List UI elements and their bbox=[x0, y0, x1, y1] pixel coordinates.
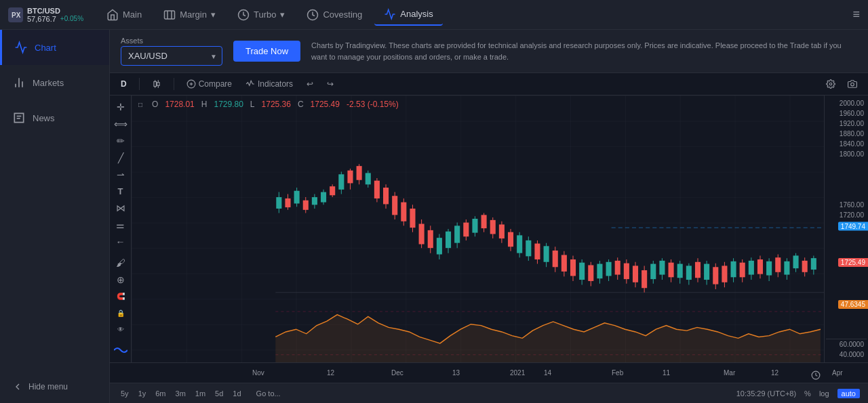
channel-tool[interactable]: ⚌ bbox=[111, 219, 130, 232]
shapes-tool[interactable]: ⋈ bbox=[111, 202, 130, 215]
percent-btn[interactable]: % bbox=[804, 389, 811, 398]
auto-btn[interactable]: auto bbox=[837, 389, 860, 398]
svg-point-20 bbox=[829, 83, 832, 85]
toolbar-sep2 bbox=[174, 78, 174, 90]
sidebar-item-news[interactable]: News bbox=[0, 100, 109, 135]
svg-rect-109 bbox=[633, 266, 638, 282]
chevron-left-icon bbox=[12, 381, 23, 392]
asset-select[interactable]: XAU/USD BTC/USD EUR/USD bbox=[121, 46, 222, 66]
turbo-icon bbox=[237, 9, 250, 21]
ohlc-low-value: 1725.36 bbox=[262, 100, 291, 109]
time-11: 11 bbox=[663, 369, 670, 377]
wave-icon bbox=[114, 345, 127, 356]
svg-rect-145 bbox=[793, 255, 799, 268]
bottom-right: 10:35:29 (UTC+8) % log auto bbox=[736, 389, 860, 398]
svg-rect-57 bbox=[401, 203, 406, 221]
hamburger-menu[interactable]: ≡ bbox=[852, 7, 860, 22]
svg-rect-29 bbox=[276, 197, 281, 209]
price-level-1920: 1920.00 bbox=[826, 119, 867, 129]
nav-turbo[interactable]: Turbo ▾ bbox=[228, 5, 294, 25]
sidebar-item-markets[interactable]: Markets bbox=[0, 65, 109, 100]
timezone-icon[interactable] bbox=[811, 370, 821, 381]
back-tool[interactable]: ← bbox=[111, 236, 130, 249]
covesting-icon bbox=[307, 9, 319, 21]
brand-price: BTC/USD 57,676.7 +0.05% bbox=[27, 7, 83, 23]
tf-1d[interactable]: 1d bbox=[230, 388, 243, 399]
rsi-current-tag: 47.6345 bbox=[838, 300, 868, 309]
svg-rect-137 bbox=[757, 259, 763, 274]
chart-toolbar: D Compare Indicators ↩ ↪ bbox=[110, 73, 868, 96]
brand-pair: BTC/USD bbox=[27, 7, 83, 15]
svg-rect-43 bbox=[338, 174, 344, 190]
svg-rect-149 bbox=[811, 258, 816, 270]
nav-main[interactable]: Main bbox=[97, 5, 151, 25]
svg-text:PX: PX bbox=[12, 12, 21, 19]
ohlc-display: □ O 1728.01 H 1729.80 L 1725.36 C 1725.4… bbox=[138, 100, 399, 109]
zoom-tool[interactable]: ⊕ bbox=[111, 273, 130, 286]
ohlc-change-value: -2.53 (-0.15%) bbox=[347, 100, 399, 109]
svg-rect-125 bbox=[704, 264, 709, 280]
svg-rect-55 bbox=[392, 196, 397, 215]
ohlc-close-value: 1725.49 bbox=[311, 100, 340, 109]
bottom-bar: 5y 1y 6m 3m 1m 5d 1d Go to... 10:35:29 (… bbox=[110, 383, 868, 403]
tf-3m[interactable]: 3m bbox=[173, 388, 189, 399]
svg-rect-14 bbox=[157, 83, 159, 86]
goto-button[interactable]: Go to... bbox=[251, 388, 286, 399]
trade-now-button[interactable]: Trade Now bbox=[233, 41, 300, 62]
nav-analysis[interactable]: Analysis bbox=[374, 4, 442, 26]
sidebar-chart-label: Chart bbox=[35, 43, 56, 53]
svg-rect-133 bbox=[740, 263, 745, 278]
svg-rect-53 bbox=[383, 188, 389, 204]
svg-rect-39 bbox=[321, 192, 326, 203]
tf-5d[interactable]: 5d bbox=[212, 388, 226, 399]
sidebar-item-chart[interactable]: Chart bbox=[0, 30, 109, 65]
candle-type-btn[interactable] bbox=[148, 77, 165, 91]
tf-5y[interactable]: 5y bbox=[118, 388, 132, 399]
chart-canvas[interactable]: □ O 1728.01 H 1729.80 L 1725.36 C 1725.4… bbox=[132, 96, 824, 362]
nav-margin[interactable]: Margin ▾ bbox=[154, 5, 225, 25]
magnet-tool[interactable]: 🧲 bbox=[111, 290, 130, 303]
time-14: 14 bbox=[544, 369, 551, 377]
chart-tools: ✛ ⟺ ✏ ╱ ⇀ T ⋈ ⚌ ← 🖌 ⊕ 🧲 🔒 👁 bbox=[110, 96, 132, 362]
reference-price-tag: 1749.74 bbox=[838, 222, 868, 231]
price-level-1760: 1760.00 bbox=[826, 200, 867, 210]
trendline-tool[interactable]: ╱ bbox=[111, 151, 130, 164]
period-day-btn[interactable]: D bbox=[117, 77, 131, 91]
ray-tool[interactable]: ⇀ bbox=[111, 168, 130, 181]
price-level-1960: 1960.00 bbox=[826, 108, 867, 119]
lock-tool[interactable]: 🔒 bbox=[111, 307, 130, 320]
tf-1m[interactable]: 1m bbox=[193, 388, 208, 399]
svg-rect-35 bbox=[303, 200, 309, 210]
pencil-tool[interactable]: ✏ bbox=[111, 135, 130, 148]
svg-rect-97 bbox=[579, 263, 585, 280]
log-btn[interactable]: log bbox=[819, 389, 829, 398]
redo-btn[interactable]: ↪ bbox=[323, 77, 338, 91]
svg-rect-143 bbox=[784, 261, 789, 275]
svg-rect-33 bbox=[294, 191, 300, 204]
indicators-btn[interactable]: Indicators bbox=[241, 77, 297, 91]
measure-tool[interactable]: ⟺ bbox=[111, 118, 130, 131]
tf-6m[interactable]: 6m bbox=[153, 388, 168, 399]
text-tool[interactable]: T bbox=[111, 185, 130, 198]
compare-btn[interactable]: Compare bbox=[182, 77, 236, 91]
undo-btn[interactable]: ↩ bbox=[302, 77, 317, 91]
brush-tool[interactable]: 🖌 bbox=[111, 256, 130, 269]
tf-1y[interactable]: 1y bbox=[136, 388, 149, 399]
brand-icon: PX bbox=[8, 7, 23, 22]
sidebar: Chart Markets News Hide menu bbox=[0, 30, 110, 403]
svg-rect-63 bbox=[428, 230, 433, 248]
time-axis: Nov 12 Dec 13 2021 14 Feb 11 Mar 12 Apr … bbox=[110, 362, 868, 383]
crosshair-tool[interactable]: ✛ bbox=[111, 101, 130, 114]
svg-rect-45 bbox=[347, 171, 353, 184]
svg-rect-79 bbox=[499, 224, 505, 238]
snapshot-btn[interactable] bbox=[844, 77, 861, 91]
home-icon bbox=[106, 9, 119, 21]
eye-tool[interactable]: 👁 bbox=[111, 324, 130, 337]
chart-wrapper: ✛ ⟺ ✏ ╱ ⇀ T ⋈ ⚌ ← 🖌 ⊕ 🧲 🔒 👁 bbox=[110, 96, 868, 362]
hide-menu-btn[interactable]: Hide menu bbox=[0, 370, 109, 403]
time-feb: Feb bbox=[612, 369, 623, 377]
nav-covesting[interactable]: Covesting bbox=[297, 5, 372, 25]
settings-btn[interactable] bbox=[822, 77, 840, 91]
timeframe-buttons: 5y 1y 6m 3m 1m 5d 1d bbox=[118, 388, 244, 399]
svg-rect-81 bbox=[508, 232, 513, 247]
